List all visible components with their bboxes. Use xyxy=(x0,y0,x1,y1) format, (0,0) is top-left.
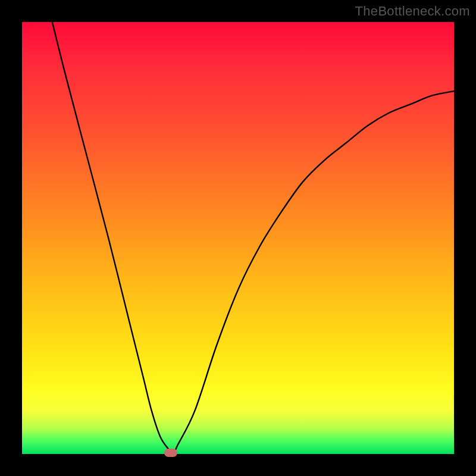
watermark-text: TheBottleneck.com xyxy=(355,4,470,19)
bottleneck-curve xyxy=(22,22,454,454)
minimum-marker xyxy=(164,449,177,457)
chart-frame: TheBottleneck.com xyxy=(0,0,476,476)
plot-area xyxy=(22,22,454,454)
